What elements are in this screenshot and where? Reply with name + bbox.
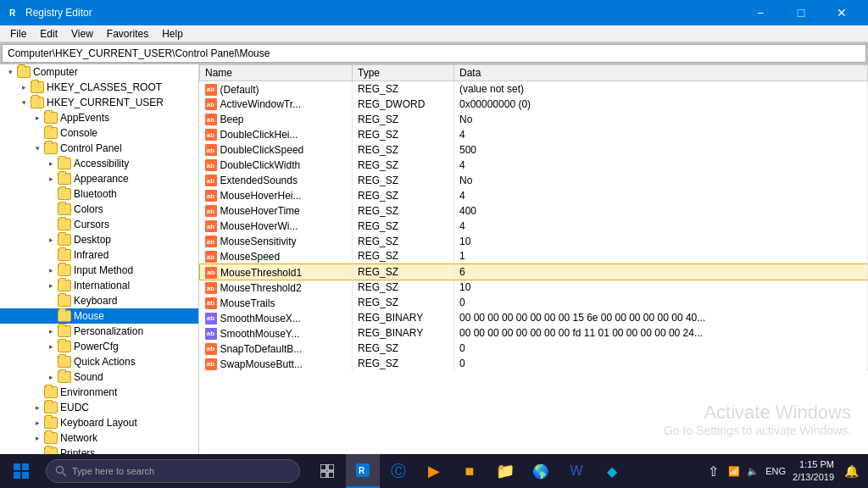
cell-name: abMouseHoverTime xyxy=(200,203,353,219)
tree-item-appevents[interactable]: ▸AppEvents xyxy=(0,110,198,125)
tree-item-sound[interactable]: ▸Sound xyxy=(0,369,198,385)
cell-type: REG_DWORD xyxy=(353,97,454,112)
svg-rect-4 xyxy=(14,472,20,479)
task-view-button[interactable] xyxy=(310,454,344,488)
tree-panel: ▾Computer▸HKEY_CLASSES_ROOT▾HKEY_CURRENT… xyxy=(0,64,199,454)
table-row[interactable]: abMouseHoverWi...REG_SZ4 xyxy=(200,219,868,234)
cell-type: REG_SZ xyxy=(353,234,454,249)
notification-button[interactable]: 🔔 xyxy=(841,454,861,488)
table-row[interactable]: abMouseThreshold1REG_SZ6 xyxy=(200,264,868,280)
tree-label-console: Console xyxy=(60,127,97,139)
search-placeholder: Type here to search xyxy=(72,466,154,476)
tray-expand-button[interactable]: ⇧ xyxy=(704,454,721,488)
tree-item-accessibility[interactable]: ▸Accessibility xyxy=(0,156,198,171)
menu-help[interactable]: Help xyxy=(155,26,190,42)
menu-view[interactable]: View xyxy=(64,26,100,42)
tree-label-infrared: Infrared xyxy=(74,249,108,261)
cell-data: 500 xyxy=(454,142,868,158)
tree-item-control_panel[interactable]: ▾Control Panel xyxy=(0,141,198,156)
table-row[interactable]: ab(Default)REG_SZ(value not set) xyxy=(200,81,868,97)
table-row[interactable]: abDoubleClickHei...REG_SZ4 xyxy=(200,127,868,142)
menu-favorites[interactable]: Favorites xyxy=(100,26,155,42)
tree-item-bluetooth[interactable]: Bluetooth xyxy=(0,186,198,202)
tree-item-hkey_classes_root[interactable]: ▸HKEY_CLASSES_ROOT xyxy=(0,80,198,95)
tree-item-desktop[interactable]: ▸Desktop xyxy=(0,232,198,247)
tree-item-keyboard_layout[interactable]: ▸Keyboard Layout xyxy=(0,415,198,430)
folder-icon-console xyxy=(44,127,58,139)
cell-data: 0x00000000 (0) xyxy=(454,97,868,112)
menu-edit[interactable]: Edit xyxy=(33,26,64,42)
task-view-icon xyxy=(320,464,334,478)
table-row[interactable]: abMouseThreshold2REG_SZ10 xyxy=(200,280,868,295)
close-button[interactable]: ✕ xyxy=(822,0,861,25)
cell-data: 0 xyxy=(454,295,868,310)
table-row[interactable]: abDoubleClickWidthREG_SZ4 xyxy=(200,158,868,173)
registry-taskbar-button[interactable]: R xyxy=(346,454,380,488)
taskbar-clock[interactable]: 1:15 PM 2/13/2019 xyxy=(793,458,834,485)
vlc-button[interactable]: ▶ xyxy=(417,454,451,488)
reg-value-icon: ab xyxy=(205,358,217,370)
tree-label-accessibility: Accessibility xyxy=(74,158,129,169)
tree-item-hkey_current_user[interactable]: ▾HKEY_CURRENT_USER xyxy=(0,95,198,110)
tree-item-personalization[interactable]: ▸Personalization xyxy=(0,324,198,339)
cell-type: REG_BINARY xyxy=(353,325,454,341)
folder-icon-international xyxy=(58,280,71,291)
cell-name: abSnapToDefaultB... xyxy=(200,341,353,356)
table-row[interactable]: abMouseSpeedREG_SZ1 xyxy=(200,249,868,264)
menu-file[interactable]: File xyxy=(3,26,33,42)
reg-value-icon: ab xyxy=(205,343,217,355)
word-button[interactable]: W xyxy=(559,454,593,488)
tree-toggle-sound: ▸ xyxy=(44,373,58,381)
table-row[interactable]: abMouseTrailsREG_SZ0 xyxy=(200,295,868,310)
table-row[interactable]: abSwapMouseButt...REG_SZ0 xyxy=(200,356,868,371)
tree-item-cursors[interactable]: Cursors xyxy=(0,217,198,232)
reg-value-icon: ab xyxy=(205,267,217,279)
tree-item-input_method[interactable]: ▸Input Method xyxy=(0,263,198,278)
svg-rect-8 xyxy=(320,464,326,470)
tree-item-mouse[interactable]: Mouse xyxy=(0,308,198,324)
col-data: Data xyxy=(454,65,868,81)
tree-item-console[interactable]: Console xyxy=(0,125,198,141)
windows-icon xyxy=(14,463,29,479)
tree-item-quick_actions[interactable]: Quick Actions xyxy=(0,354,198,369)
store-button[interactable]: ■ xyxy=(453,454,487,488)
tree-item-network[interactable]: ▸Network xyxy=(0,430,198,446)
edge-button[interactable]: Ⓒ xyxy=(381,454,415,488)
tree-item-eudc[interactable]: ▸EUDC xyxy=(0,400,198,415)
start-button[interactable] xyxy=(0,454,42,488)
table-row[interactable]: abExtendedSoundsREG_SZNo xyxy=(200,173,868,188)
table-row[interactable]: abActiveWindowTr...REG_DWORD0x00000000 (… xyxy=(200,97,868,112)
extra-button[interactable]: ◆ xyxy=(595,454,629,488)
taskbar-search[interactable]: Type here to search xyxy=(46,459,300,483)
minimize-button[interactable]: − xyxy=(741,0,780,25)
cell-data: 0 xyxy=(454,356,868,371)
tree-item-keyboard[interactable]: Keyboard xyxy=(0,293,198,308)
tree-item-computer[interactable]: ▾Computer xyxy=(0,64,198,80)
table-row[interactable]: abMouseSensitivityREG_SZ10 xyxy=(200,234,868,249)
table-row[interactable]: abMouseHoverTimeREG_SZ400 xyxy=(200,203,868,219)
table-row[interactable]: abSmoothMouseY...REG_BINARY00 00 00 00 0… xyxy=(200,325,868,341)
folder-icon-infrared xyxy=(58,249,71,261)
tree-item-colors[interactable]: Colors xyxy=(0,202,198,217)
registry-icon: R xyxy=(7,6,20,19)
table-row[interactable]: abBeepREG_SZNo xyxy=(200,112,868,127)
table-row[interactable]: abSmoothMouseX...REG_BINARY00 00 00 00 0… xyxy=(200,310,868,325)
table-row[interactable]: abMouseHoverHei...REG_SZ4 xyxy=(200,188,868,203)
tree-item-powercfg[interactable]: ▸PowerCfg xyxy=(0,339,198,354)
reg-value-icon: ab xyxy=(205,251,217,263)
chrome-button[interactable]: 🌎 xyxy=(524,454,558,488)
files-button[interactable]: 📁 xyxy=(488,454,522,488)
folder-icon-mouse xyxy=(58,310,71,322)
tree-item-international[interactable]: ▸International xyxy=(0,278,198,293)
tree-item-appearance[interactable]: ▸Appearance xyxy=(0,171,198,186)
table-row[interactable]: abSnapToDefaultB...REG_SZ0 xyxy=(200,341,868,356)
tree-label-hkey_classes_root: HKEY_CLASSES_ROOT xyxy=(47,81,162,93)
tree-item-infrared[interactable]: Infrared xyxy=(0,247,198,263)
svg-rect-2 xyxy=(14,463,20,470)
registry-table: Name Type Data ab(Default)REG_SZ(value n… xyxy=(199,64,868,454)
table-row[interactable]: abDoubleClickSpeedREG_SZ500 xyxy=(200,142,868,158)
tree-item-printers[interactable]: Printers xyxy=(0,446,198,454)
tree-item-environment[interactable]: Environment xyxy=(0,385,198,400)
maximize-button[interactable]: □ xyxy=(782,0,821,25)
cell-data: 00 00 00 00 00 00 00 00 15 6e 00 00 00 0… xyxy=(454,310,868,325)
